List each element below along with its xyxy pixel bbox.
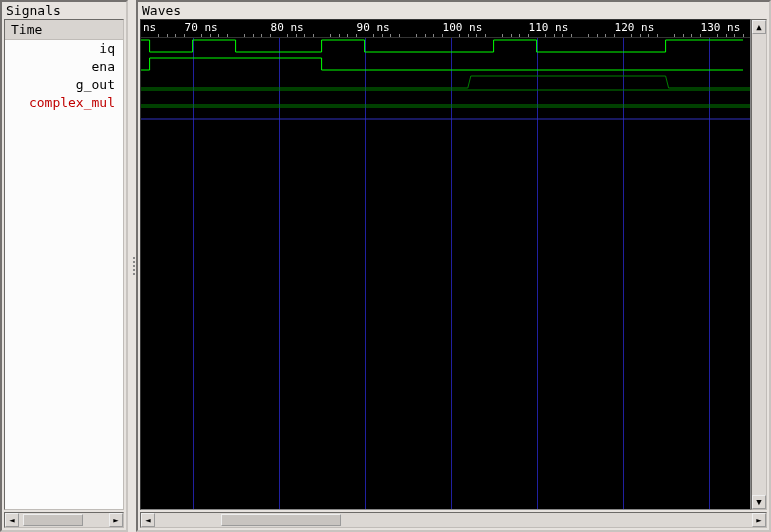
waveform-row [141, 38, 750, 56]
waves-hscrollbar[interactable]: ◄ ► [140, 512, 767, 528]
ruler-tick: 70 ns [185, 21, 218, 34]
scroll-right-icon[interactable]: ► [752, 513, 766, 527]
waveform-row [141, 56, 750, 74]
ruler-tick: 90 ns [357, 21, 390, 34]
scroll-left-icon[interactable]: ◄ [5, 513, 19, 527]
waveform-row [141, 74, 750, 92]
waves-vscrollbar[interactable]: ▲ ▼ [751, 19, 767, 510]
ruler-tick: 110 ns [529, 21, 569, 34]
signals-title: Signals [2, 2, 126, 19]
signal-row[interactable]: iq [5, 40, 123, 58]
waveform-canvas[interactable]: ns70 ns80 ns90 ns100 ns110 ns120 ns130 n… [140, 19, 751, 510]
signal-row[interactable]: ena [5, 58, 123, 76]
signal-row[interactable]: complex_mul [5, 94, 123, 112]
ruler-tick: 100 ns [443, 21, 483, 34]
waveform-row [141, 110, 750, 128]
waves-panel: Waves ns70 ns80 ns90 ns100 ns110 ns120 n… [136, 0, 771, 532]
scroll-thumb[interactable] [23, 514, 83, 526]
signal-row[interactable]: g_out [5, 76, 123, 94]
ruler-tick: 120 ns [615, 21, 655, 34]
scroll-up-icon[interactable]: ▲ [752, 20, 766, 34]
scroll-thumb[interactable] [221, 514, 341, 526]
signals-hscrollbar[interactable]: ◄ ► [4, 512, 124, 528]
scroll-left-icon[interactable]: ◄ [141, 513, 155, 527]
waveform-row [141, 92, 750, 110]
time-header: Time [5, 20, 123, 40]
time-ruler: ns70 ns80 ns90 ns100 ns110 ns120 ns130 n… [141, 20, 750, 38]
waves-title: Waves [138, 2, 769, 19]
scroll-right-icon[interactable]: ► [109, 513, 123, 527]
signals-panel: Signals Time iq ena g_out complex_mul ◄ … [0, 0, 128, 532]
signals-list: Time iq ena g_out complex_mul [4, 19, 124, 510]
ruler-tick: 80 ns [271, 21, 304, 34]
scroll-down-icon[interactable]: ▼ [752, 495, 766, 509]
ruler-tick: 130 ns [701, 21, 741, 34]
